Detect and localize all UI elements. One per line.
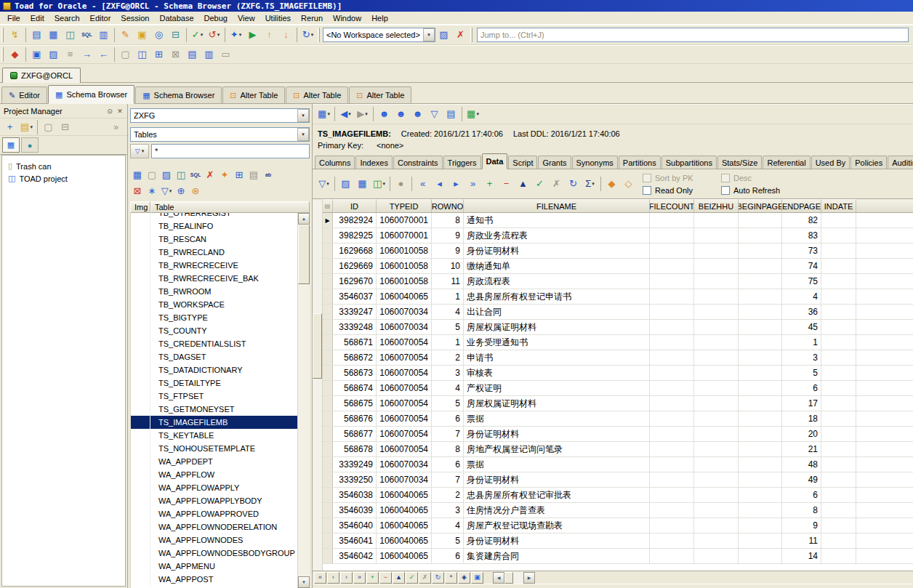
- cell-id[interactable]: 568673: [333, 366, 377, 380]
- cell-filename[interactable]: 房政流程表: [464, 274, 650, 289]
- table-list-item[interactable]: TS_IMAGEFILEMB: [131, 416, 297, 429]
- browser-options-icon[interactable]: ▦: [315, 105, 332, 123]
- cell-typeid[interactable]: 1060010058: [377, 259, 432, 273]
- cell-id[interactable]: 568678: [333, 442, 377, 456]
- cell-typeid[interactable]: 1060070054: [377, 335, 432, 350]
- cell-beginpage[interactable]: [739, 457, 782, 472]
- table-list-item[interactable]: TS_GETMONEYSET: [131, 403, 297, 416]
- cell-beginpage[interactable]: [739, 335, 782, 350]
- cell-filename[interactable]: 房屋权属证明材料: [464, 320, 650, 334]
- cell-endpage[interactable]: 45: [782, 320, 821, 334]
- document-tab[interactable]: ⊡ Alter Table: [222, 86, 285, 103]
- filter-data-icon[interactable]: ▽: [315, 175, 332, 193]
- nav-last-icon[interactable]: »: [353, 572, 366, 584]
- nav-goto-bookmark-icon[interactable]: ◈: [458, 572, 470, 584]
- cell-beizhhu[interactable]: [694, 259, 739, 273]
- cell-typeid[interactable]: 1060070054: [377, 427, 432, 441]
- cell-filecount[interactable]: [650, 381, 694, 395]
- refresh-data-icon[interactable]: ↻: [565, 175, 582, 193]
- cell-id[interactable]: 568672: [333, 350, 377, 365]
- cell-filename[interactable]: 身份证明材料: [464, 472, 650, 487]
- insert-record-icon[interactable]: +: [481, 175, 498, 193]
- cell-filecount[interactable]: [650, 533, 694, 548]
- scroll-down-icon[interactable]: [298, 576, 310, 588]
- detail-tab[interactable]: Data: [482, 153, 508, 169]
- workspace-save-icon[interactable]: ▨: [435, 26, 452, 44]
- cell-beginpage[interactable]: [739, 533, 782, 548]
- report-icon[interactable]: ▤: [246, 168, 261, 182]
- detail-tab[interactable]: Script: [508, 156, 537, 169]
- cell-beizhhu[interactable]: [694, 488, 739, 502]
- column-header[interactable]: TYPEID: [377, 199, 432, 212]
- dropdown-arrow-icon[interactable]: [297, 109, 309, 122]
- table-list-item[interactable]: TB_RWRECLAND: [131, 246, 297, 259]
- cell-filename[interactable]: 身份证明材料: [464, 533, 650, 548]
- table-list-item[interactable]: WA_APPFLOWNODESBODYGROUP: [131, 547, 297, 560]
- table-filter-input[interactable]: [151, 144, 310, 158]
- cell-beginpage[interactable]: [739, 488, 782, 502]
- cell-filecount[interactable]: [650, 350, 694, 365]
- scrollbar-thumb[interactable]: [298, 225, 310, 284]
- dropdown-arrow-icon[interactable]: [423, 28, 435, 41]
- grid-row[interactable]: 568671 1060070054 1 业务受理通知书 1: [323, 335, 913, 350]
- table-list-item[interactable]: WA_APPFLOW: [131, 468, 297, 481]
- document-tab[interactable]: ✎ Editor: [1, 86, 47, 103]
- export-data-icon[interactable]: ◫: [174, 168, 188, 182]
- checkbox-icon[interactable]: [643, 174, 651, 182]
- img-column-header[interactable]: Img: [130, 201, 150, 213]
- column-header[interactable]: INDATE: [821, 199, 856, 212]
- check-in-icon[interactable]: ↑: [261, 26, 278, 44]
- cell-beginpage[interactable]: [739, 472, 782, 487]
- cell-endpage[interactable]: 49: [782, 472, 821, 487]
- column-header[interactable]: ID: [333, 199, 377, 212]
- workspace-delete-icon[interactable]: ✗: [452, 26, 469, 44]
- cell-rowno[interactable]: 4: [432, 518, 464, 533]
- generate-sql-icon[interactable]: SQL: [188, 168, 203, 182]
- load-objects-icon[interactable]: ☻: [376, 105, 393, 123]
- cell-beginpage[interactable]: [739, 289, 782, 304]
- auto-hide-pin-icon[interactable]: [105, 106, 115, 116]
- sum-icon[interactable]: Σ: [582, 175, 598, 193]
- jump-to-input[interactable]: [477, 28, 909, 42]
- table-list-item[interactable]: TS_BIGTYPE: [131, 311, 297, 324]
- cell-rowno[interactable]: 5: [432, 533, 464, 548]
- detail-tab[interactable]: Auditing: [888, 156, 913, 169]
- cell-typeid[interactable]: 1060070054: [377, 366, 432, 380]
- refresh-all-icon[interactable]: ☻: [409, 105, 426, 123]
- cell-endpage[interactable]: 17: [782, 396, 821, 411]
- cell-beginpage[interactable]: [739, 259, 782, 273]
- menu-item[interactable]: Search: [49, 13, 85, 23]
- table-list-item[interactable]: TB_RWRECRECEIVE: [131, 259, 297, 272]
- new-connection-icon[interactable]: ↯: [7, 26, 23, 44]
- cell-id[interactable]: 3982924: [333, 213, 377, 227]
- cell-filecount[interactable]: [650, 335, 694, 350]
- cell-id[interactable]: 3546040: [333, 518, 377, 533]
- nav-insert-icon[interactable]: +: [366, 572, 379, 584]
- cell-beizhhu[interactable]: [694, 305, 739, 319]
- table-list-item[interactable]: TS_DETAILTYPE: [131, 376, 297, 390]
- cell-typeid[interactable]: 1060070034: [377, 320, 432, 334]
- tree-item[interactable]: ▯ Trash can: [8, 160, 125, 172]
- close-window-icon[interactable]: ⊠: [167, 46, 184, 63]
- cell-beizhhu[interactable]: [694, 335, 739, 350]
- grid-row[interactable]: 568675 1060070054 5 房屋权属证明材料 17: [323, 396, 913, 411]
- cell-indate[interactable]: [821, 457, 856, 472]
- cell-beizhhu[interactable]: [694, 274, 739, 289]
- execute-icon[interactable]: ▶: [244, 26, 261, 44]
- single-record-view-icon[interactable]: ◆: [603, 175, 620, 193]
- cell-beginpage[interactable]: [739, 305, 782, 319]
- cell-rowno[interactable]: 6: [432, 549, 464, 563]
- cell-endpage[interactable]: 5: [782, 366, 821, 380]
- grid-row[interactable]: 3546040 1060040065 4 房屋产权登记现场查勘表 9: [323, 518, 913, 533]
- data-option[interactable]: Read Only: [643, 185, 709, 196]
- nav-edit-icon[interactable]: ▲: [393, 572, 405, 584]
- detail-tab[interactable]: Synonyms: [572, 156, 618, 169]
- cell-id[interactable]: 3546037: [333, 289, 377, 304]
- cell-beizhhu[interactable]: [694, 381, 739, 395]
- check-out-icon[interactable]: ↓: [278, 26, 294, 44]
- add-favorite-icon[interactable]: ⊞: [232, 168, 246, 182]
- cell-filename[interactable]: 审核表: [464, 366, 650, 380]
- table-list-scrollbar[interactable]: [297, 213, 310, 588]
- row-count-icon[interactable]: ▦: [354, 175, 371, 193]
- checkbox-icon[interactable]: [721, 186, 730, 195]
